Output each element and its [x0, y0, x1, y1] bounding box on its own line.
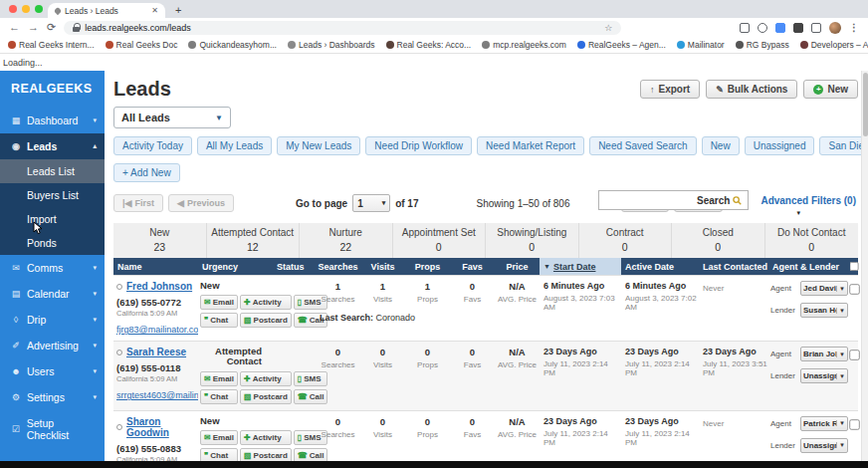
- column-props[interactable]: Props: [405, 262, 450, 272]
- status-summary-cell-5[interactable]: Contract 0: [579, 223, 673, 258]
- status-summary-cell-2[interactable]: Nurture 22: [300, 223, 393, 258]
- select-lead-checkbox[interactable]: [849, 419, 859, 429]
- bookmark-label[interactable]: Quickandeasyhom...: [199, 40, 276, 50]
- address-bar[interactable]: leads.realgeeks.com/leads ☆: [64, 21, 621, 35]
- lead-view-select[interactable]: All Leads ▼: [113, 107, 231, 128]
- bookmark-item-3[interactable]: Leads › Dashboards: [288, 40, 375, 50]
- select-lead-checkbox[interactable]: [849, 284, 859, 294]
- agent-select[interactable]: Brian Johnso ▼: [800, 347, 848, 361]
- realgeeks-logo[interactable]: REALGEEKS: [0, 71, 105, 108]
- filter-chip-5[interactable]: Need Saved Search: [589, 136, 697, 155]
- url-text[interactable]: leads.realgeeks.com/leads: [85, 23, 191, 33]
- maximize-window-button[interactable]: [35, 5, 43, 13]
- filter-chip-1[interactable]: All My Leads: [197, 136, 272, 155]
- sidebar-subitem-import[interactable]: Import: [0, 207, 105, 231]
- page-scrollbar[interactable]: [861, 71, 868, 461]
- extension-blue-icon[interactable]: [775, 23, 785, 33]
- sidebar-item-4[interactable]: ☻ Users ▾: [0, 358, 105, 384]
- lead-email-link[interactable]: fjrg83@mailinator.com: [116, 325, 198, 335]
- sidebar-item-5[interactable]: ⚙ Settings ▾: [0, 384, 105, 410]
- postcard-button[interactable]: ▧Postcard: [240, 389, 292, 404]
- lender-select[interactable]: Susan Hendr ▼: [800, 303, 848, 318]
- forward-icon[interactable]: →: [28, 22, 39, 33]
- activity-button[interactable]: ✚Activity: [240, 295, 292, 310]
- scrollbar-thumb[interactable]: [863, 73, 868, 136]
- bookmark-item-5[interactable]: mcp.realgeeks.com: [482, 40, 566, 50]
- column-active-date[interactable]: Active Date: [621, 262, 699, 272]
- back-icon[interactable]: ←: [9, 22, 20, 33]
- status-summary-cell-7[interactable]: Do Not Contact 0: [765, 223, 859, 258]
- column-status[interactable]: Status: [273, 262, 316, 272]
- bookmark-item-7[interactable]: Mailinator: [677, 40, 725, 50]
- bookmark-item-6[interactable]: RealGeeks – Agen...: [577, 40, 666, 50]
- chat-button[interactable]: ❞Chat: [200, 448, 238, 461]
- sidebar-item-3[interactable]: ✐ Advertising ▾: [0, 333, 105, 358]
- minimize-window-button[interactable]: [22, 5, 30, 13]
- column-agent-lender[interactable]: Agent & Lender: [768, 262, 848, 272]
- column-start-date-sorted[interactable]: ▼ Start Date: [540, 258, 621, 275]
- lender-select[interactable]: Unassigned ▼: [800, 368, 848, 383]
- export-button[interactable]: ↑ Export: [640, 80, 700, 99]
- bookmark-label[interactable]: RealGeeks – Agen...: [588, 40, 666, 50]
- previous-page-button[interactable]: ◀ Previous: [168, 194, 234, 212]
- email-button[interactable]: ✉Email: [200, 295, 238, 310]
- bookmark-item-1[interactable]: Real Geeks Doc: [106, 40, 178, 50]
- sidebar-subitem-leads-list[interactable]: Leads List: [0, 159, 105, 183]
- agent-select[interactable]: Jed Davis ▼: [800, 281, 848, 296]
- sidebar-item-2[interactable]: ◊ Drip ▾: [0, 307, 105, 333]
- postcard-button[interactable]: ▧Postcard: [240, 448, 292, 461]
- crop-icon[interactable]: [758, 23, 767, 33]
- select-all-checkbox[interactable]: [850, 262, 859, 272]
- pin-extension-icon[interactable]: [793, 23, 803, 33]
- filter-chip-4[interactable]: Need Market Report: [477, 136, 584, 155]
- bookmark-label[interactable]: mcp.realgeeks.com: [493, 40, 566, 50]
- sidebar-subitem-ponds[interactable]: Ponds: [0, 231, 105, 255]
- column-visits[interactable]: Visits: [360, 262, 405, 272]
- bookmark-label[interactable]: Real Geeks Doc: [116, 40, 178, 50]
- sidebar-item-0[interactable]: ✉ Comms ▾: [0, 255, 105, 281]
- screenshot-icon[interactable]: [740, 23, 750, 33]
- status-summary-cell-0[interactable]: New 23: [113, 223, 207, 258]
- select-lead-checkbox[interactable]: [849, 350, 859, 359]
- sidebar-item-0[interactable]: ▦ Dashboard ▾: [0, 108, 105, 133]
- status-summary-cell-6[interactable]: Closed 0: [672, 223, 765, 258]
- bookmark-label[interactable]: Real Geeks: Acco...: [397, 40, 472, 50]
- chat-button[interactable]: ❞Chat: [200, 313, 238, 328]
- column-favs[interactable]: Favs: [450, 262, 495, 272]
- activity-button[interactable]: ✚Activity: [240, 430, 292, 445]
- tab-close-icon[interactable]: ✕: [151, 6, 158, 15]
- status-summary-cell-3[interactable]: Appointment Set 0: [393, 223, 487, 258]
- filter-chip-7[interactable]: Unassigned: [745, 136, 815, 155]
- agent-select[interactable]: Patrick Reav ▼: [800, 416, 848, 431]
- reload-icon[interactable]: ⟳: [47, 22, 56, 33]
- status-summary-cell-4[interactable]: Showing/Listing 0: [486, 223, 579, 258]
- browser-menu-icon[interactable]: ⋮: [849, 22, 859, 33]
- filter-chip-0[interactable]: Activity Today: [113, 136, 192, 155]
- sidebar-item-leads[interactable]: ◉ Leads ▴: [0, 133, 105, 159]
- lead-email-link[interactable]: srrgtest4603@mailinator: [116, 390, 198, 400]
- lead-name-link[interactable]: Sharon Goodwin: [116, 416, 198, 438]
- bookmark-item-4[interactable]: Real Geeks: Acco...: [386, 40, 472, 50]
- column-price[interactable]: Price: [495, 262, 540, 272]
- window-controls[interactable]: [9, 5, 43, 13]
- new-tab-button[interactable]: +: [175, 5, 181, 15]
- side-panel-icon[interactable]: [811, 23, 821, 33]
- filter-chip-2[interactable]: My New Leads: [277, 136, 360, 155]
- bookmark-label[interactable]: Developers – API 1...: [811, 40, 868, 50]
- bookmark-star-icon[interactable]: ☆: [604, 23, 612, 33]
- activity-button[interactable]: ✚Activity: [240, 371, 292, 386]
- sidebar-item-6[interactable]: ☑ Setup Checklist: [0, 410, 105, 448]
- add-new-filter-button[interactable]: + Add New: [113, 163, 180, 182]
- chat-button[interactable]: ❞Chat: [200, 389, 238, 404]
- page-number-select[interactable]: 1 ▾: [352, 194, 390, 212]
- close-window-button[interactable]: [9, 5, 17, 13]
- lead-name-link[interactable]: Fred Johnson: [116, 281, 198, 292]
- new-lead-button[interactable]: + New: [803, 80, 858, 99]
- sidebar-subitem-buyers-list[interactable]: Buyers List: [0, 183, 105, 207]
- bookmark-item-9[interactable]: Developers – API 1...: [800, 40, 868, 50]
- filter-chip-8[interactable]: San Diego Coastal Leads ✕: [819, 136, 861, 155]
- bookmark-label[interactable]: RG Bypass: [747, 40, 789, 50]
- email-button[interactable]: ✉Email: [200, 371, 238, 386]
- bookmark-item-0[interactable]: Real Geeks Intern...: [8, 40, 95, 50]
- column-urgency[interactable]: Urgency: [198, 262, 273, 272]
